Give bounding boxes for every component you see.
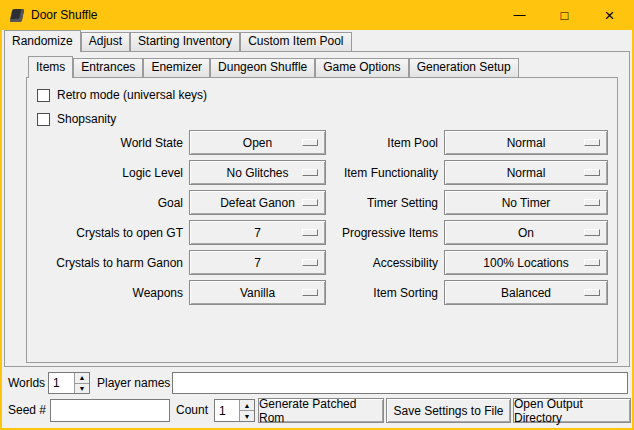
dropdown-value: Normal	[507, 166, 546, 180]
open-output-directory-button[interactable]: Open Output Directory	[513, 398, 631, 423]
tab-custom-item-pool[interactable]: Custom Item Pool	[240, 32, 351, 51]
timer-setting-dropdown[interactable]: No Timer	[444, 190, 608, 215]
save-settings-button[interactable]: Save Settings to File	[386, 398, 511, 423]
retro-mode-checkbox[interactable]	[37, 89, 50, 102]
worlds-spin-down-button[interactable]: ▼	[75, 383, 89, 394]
worlds-spin-up-button[interactable]: ▲	[75, 373, 89, 383]
dropdown-value: Normal	[507, 136, 546, 150]
count-label: Count	[176, 399, 208, 422]
dropdown-value: 7	[254, 256, 261, 270]
tab-enemizer[interactable]: Enemizer	[143, 58, 210, 77]
world-state-label: World State	[27, 130, 183, 156]
dropdown-indicator-icon	[584, 259, 600, 266]
worlds-label: Worlds	[8, 372, 45, 395]
tab-label: Custom Item Pool	[248, 34, 343, 48]
minimize-button[interactable]: —	[497, 0, 542, 30]
close-icon: ×	[605, 7, 615, 24]
seed-label: Seed #	[8, 399, 46, 422]
dropdown-value: On	[518, 226, 534, 240]
count-spin-buttons: ▲ ▼	[239, 400, 254, 421]
field-row: Weapons Vanilla Item Sorting Balanced	[27, 280, 617, 306]
field-row: World State Open Item Pool Normal	[27, 130, 617, 156]
spin-up-icon: ▲	[79, 374, 86, 381]
close-button[interactable]: ×	[587, 0, 632, 30]
field-row: Crystals to harm Ganon 7 Accessibility 1…	[27, 250, 617, 276]
item-functionality-label: Item Functionality	[282, 160, 438, 186]
tab-starting-inventory[interactable]: Starting Inventory	[130, 32, 240, 51]
tab-randomize[interactable]: Randomize	[4, 30, 81, 52]
count-spin-down-button[interactable]: ▼	[240, 410, 254, 421]
tab-generation-setup[interactable]: Generation Setup	[409, 58, 519, 77]
shopsanity-label: Shopsanity	[57, 112, 116, 126]
tab-items[interactable]: Items	[28, 56, 73, 78]
dropdown-value: 100% Locations	[483, 256, 568, 270]
seed-input[interactable]	[50, 399, 170, 422]
maximize-icon: □	[561, 9, 569, 22]
tab-label: Entrances	[81, 60, 135, 74]
app-icon	[10, 9, 25, 22]
tab-label: Generation Setup	[417, 60, 511, 74]
tab-adjust[interactable]: Adjust	[81, 32, 130, 51]
tab-game-options[interactable]: Game Options	[315, 58, 408, 77]
crystals-open-gt-label: Crystals to open GT	[27, 220, 183, 246]
window-title: Door Shuffle	[31, 8, 98, 22]
window-controls: — □ ×	[497, 0, 632, 30]
spin-down-icon: ▼	[244, 413, 251, 420]
tab-entrances[interactable]: Entrances	[73, 58, 143, 77]
weapons-label: Weapons	[27, 280, 183, 306]
worlds-spinbox[interactable]: 1 ▲ ▼	[48, 372, 90, 394]
button-label: Generate Patched Rom	[259, 397, 383, 425]
item-pool-dropdown[interactable]: Normal	[444, 130, 608, 155]
accessibility-dropdown[interactable]: 100% Locations	[444, 250, 608, 275]
item-sorting-label: Item Sorting	[282, 280, 438, 306]
tab-label: Enemizer	[151, 60, 202, 74]
count-spinbox[interactable]: 1 ▲ ▼	[214, 399, 255, 422]
field-row: Goal Defeat Ganon Timer Setting No Timer	[27, 190, 617, 216]
field-row: Crystals to open GT 7 Progressive Items …	[27, 220, 617, 246]
timer-setting-label: Timer Setting	[282, 190, 438, 216]
tab-label: Game Options	[323, 60, 400, 74]
dropdown-indicator-icon	[584, 229, 600, 236]
dropdown-indicator-icon	[584, 199, 600, 206]
tab-dungeon-shuffle[interactable]: Dungeon Shuffle	[210, 58, 315, 77]
randomize-sub-tab-bar: Items Entrances Enemizer Dungeon Shuffle…	[28, 56, 519, 77]
dropdown-indicator-icon	[584, 139, 600, 146]
shopsanity-row: Shopsanity	[37, 111, 116, 127]
shopsanity-checkbox[interactable]	[37, 113, 50, 126]
main-tab-bar: Randomize Adjust Starting Inventory Cust…	[4, 30, 352, 51]
progressive-items-label: Progressive Items	[282, 220, 438, 246]
progressive-items-dropdown[interactable]: On	[444, 220, 608, 245]
spin-up-icon: ▲	[244, 402, 251, 409]
dropdown-value: 7	[254, 226, 261, 240]
count-spin-up-button[interactable]: ▲	[240, 400, 254, 410]
dropdown-value: No Glitches	[226, 166, 288, 180]
tab-label: Items	[36, 60, 65, 74]
generate-patched-rom-button[interactable]: Generate Patched Rom	[258, 398, 384, 423]
items-pane: Retro mode (universal keys) Shopsanity W…	[26, 77, 618, 363]
tab-label: Dungeon Shuffle	[218, 60, 307, 74]
minimize-icon: —	[514, 9, 526, 21]
worlds-spin-buttons: ▲ ▼	[74, 373, 89, 393]
button-label: Save Settings to File	[393, 404, 503, 418]
titlebar[interactable]: Door Shuffle — □ ×	[2, 0, 632, 30]
item-pool-label: Item Pool	[282, 130, 438, 156]
tab-label: Randomize	[12, 34, 73, 48]
goal-label: Goal	[27, 190, 183, 216]
tab-label: Starting Inventory	[138, 34, 232, 48]
door-shuffle-window: Door Shuffle — □ × Randomize Adjust Star…	[0, 0, 634, 430]
dropdown-indicator-icon	[584, 289, 600, 296]
dropdown-indicator-icon	[584, 169, 600, 176]
item-sorting-dropdown[interactable]: Balanced	[444, 280, 608, 305]
maximize-button[interactable]: □	[542, 0, 587, 30]
count-value: 1	[215, 400, 239, 421]
spin-down-icon: ▼	[79, 385, 86, 392]
player-names-label: Player names	[97, 372, 170, 395]
tab-label: Adjust	[89, 34, 122, 48]
dropdown-value: Vanilla	[240, 286, 275, 300]
dropdown-value: Open	[243, 136, 272, 150]
field-row: Logic Level No Glitches Item Functionali…	[27, 160, 617, 186]
dropdown-value: No Timer	[502, 196, 551, 210]
accessibility-label: Accessibility	[282, 250, 438, 276]
item-functionality-dropdown[interactable]: Normal	[444, 160, 608, 185]
player-names-input[interactable]	[172, 372, 628, 394]
